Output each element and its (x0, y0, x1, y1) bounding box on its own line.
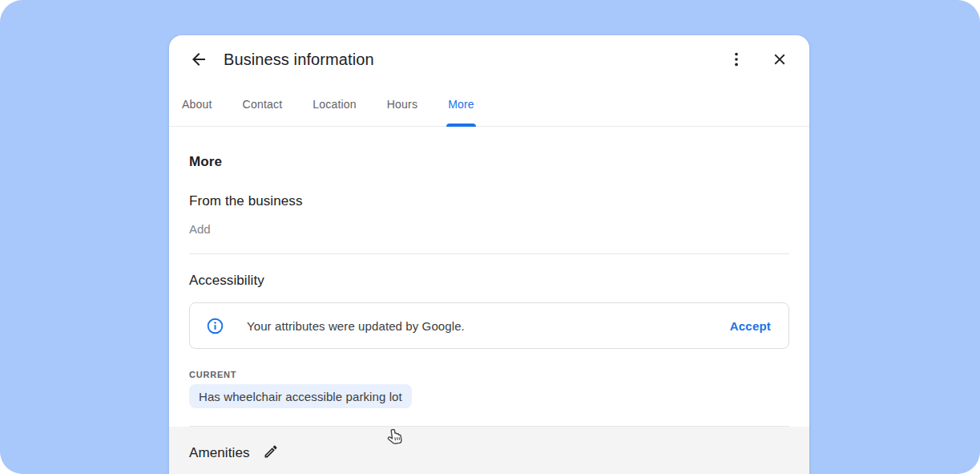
attributes-updated-banner: Your attributes were updated by Google. … (189, 302, 789, 349)
back-button[interactable] (184, 45, 213, 74)
from-business-heading: From the business (189, 193, 789, 209)
section-divider (189, 253, 789, 254)
from-business-add-button[interactable]: Add (189, 222, 211, 236)
close-x-icon (771, 51, 788, 68)
close-button[interactable] (765, 45, 794, 74)
dialog-content: More From the business Add (169, 154, 809, 236)
amenities-edit-button[interactable] (263, 444, 279, 462)
tab-about[interactable]: About (182, 83, 212, 126)
business-information-dialog: Business information About Contact Locat… (169, 35, 809, 474)
accessibility-heading: Accessibility (189, 273, 789, 289)
dialog-title: Business information (224, 51, 722, 69)
amenities-heading: Amenities (189, 445, 250, 461)
amenities-header: Amenities (189, 444, 789, 462)
accessibility-section: Accessibility Your attributes were updat… (169, 273, 809, 408)
page-background: Business information About Contact Locat… (0, 0, 980, 474)
tab-contact[interactable]: Contact (243, 83, 283, 126)
banner-message: Your attributes were updated by Google. (247, 319, 730, 333)
header-actions (722, 45, 794, 74)
more-options-button[interactable] (722, 45, 751, 74)
kebab-menu-icon (728, 51, 745, 68)
tab-bar: About Contact Location Hours More (169, 83, 809, 127)
tab-location[interactable]: Location (313, 83, 357, 126)
current-attribute-chip: Has wheelchair accessible parking lot (189, 384, 412, 408)
back-arrow-icon (189, 50, 208, 69)
pencil-edit-icon (263, 444, 279, 462)
accept-button[interactable]: Accept (730, 319, 771, 333)
current-label: CURRENT (189, 370, 789, 379)
page-heading: More (189, 154, 789, 170)
tab-hours[interactable]: Hours (387, 83, 417, 126)
info-icon (206, 317, 224, 335)
dialog-header: Business information (169, 35, 809, 83)
amenities-section: Amenities Add (169, 427, 809, 474)
tab-more[interactable]: More (448, 83, 474, 126)
